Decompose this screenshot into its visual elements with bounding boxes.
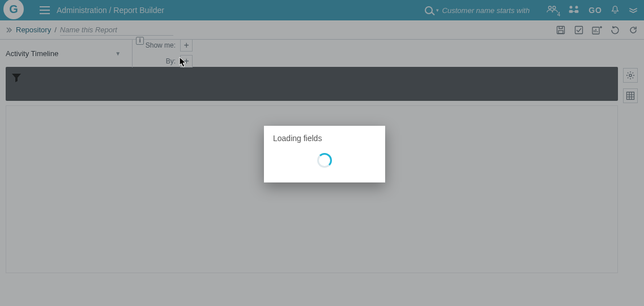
loading-modal-title: Loading fields xyxy=(273,134,376,143)
spinner-icon xyxy=(317,153,332,168)
loading-modal: Loading fields xyxy=(264,126,385,182)
